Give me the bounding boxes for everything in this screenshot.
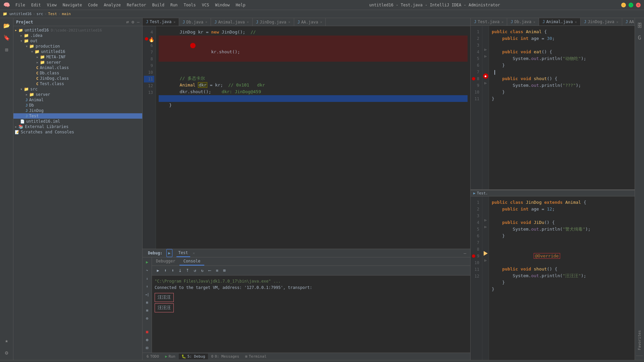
- tree-item-production[interactable]: ▾ 📁 production: [13, 44, 142, 49]
- bookmarks-icon[interactable]: 🔖: [2, 33, 11, 42]
- tab-close-icon[interactable]: ✕: [320, 20, 322, 24]
- tree-item-root[interactable]: ▸ 📁 untitled16 D:\code-2021\untitled16: [13, 27, 142, 33]
- menu-refactor[interactable]: Refactor: [124, 2, 149, 8]
- run-to-cursor-button[interactable]: →|: [144, 291, 151, 298]
- tree-item-out[interactable]: ▾ 📁 out: [13, 38, 142, 44]
- console-settings-btn[interactable]: ⊞: [221, 267, 228, 274]
- console-scroll-down-btn[interactable]: ⬇: [169, 267, 176, 274]
- tree-item-test-java[interactable]: J Test: [13, 113, 142, 119]
- menu-bar[interactable]: File Edit View Navigate Code Analyze Ref…: [13, 2, 248, 8]
- tab-jindog-java[interactable]: J JinDog.java ✕: [253, 18, 294, 26]
- console-tab[interactable]: Console: [179, 257, 205, 265]
- tree-item-metainf[interactable]: ▸ 📁 META-INF: [13, 54, 142, 60]
- breadcrumb-project[interactable]: untitled16: [9, 12, 32, 16]
- tree-item-animal-class[interactable]: C Animal.class: [13, 65, 142, 70]
- menu-view[interactable]: View: [44, 2, 59, 8]
- step-into-button[interactable]: ↓: [144, 275, 151, 282]
- restore-layout-button[interactable]: ⊡: [144, 345, 151, 351]
- settings-debug-button[interactable]: ⚙: [144, 337, 151, 343]
- structure-icon[interactable]: ⊞: [2, 45, 11, 54]
- tab-animal-java[interactable]: J Animal.java ✕: [211, 18, 253, 26]
- right-tab-jindog[interactable]: J JinDog.java ✕: [581, 18, 622, 25]
- tree-item-src[interactable]: ▾ 📁 src: [13, 86, 142, 92]
- menu-run[interactable]: Run: [168, 2, 180, 8]
- tab-close[interactable]: ✕: [501, 20, 503, 24]
- menu-window[interactable]: Window: [212, 2, 232, 8]
- evaluate-button[interactable]: ⊞: [144, 299, 151, 306]
- console-next-btn[interactable]: ↻: [199, 267, 206, 274]
- gradle-icon[interactable]: G: [635, 33, 644, 42]
- console-wrap-btn[interactable]: ⟵: [206, 267, 213, 274]
- project-tree[interactable]: ▸ 📁 untitled16 D:\code-2021\untitled16 ▸…: [13, 26, 142, 360]
- tree-item-scratches[interactable]: 📝 Scratches and Consoles: [13, 129, 142, 135]
- animal-code-lines[interactable]: public class Animal { public int age = 3…: [489, 26, 635, 189]
- tab-db-java[interactable]: J Db.java ✕: [179, 18, 211, 26]
- project-icon[interactable]: 📂: [2, 21, 11, 30]
- threads-button[interactable]: ⊙: [144, 315, 151, 322]
- close-button[interactable]: ✕: [636, 3, 641, 7]
- menu-tools[interactable]: Tools: [181, 2, 199, 8]
- console-scroll-start-btn[interactable]: ⤒: [184, 267, 191, 274]
- resume-button[interactable]: ▶: [144, 259, 151, 265]
- tab-aa-java[interactable]: J AA.java ✕: [294, 18, 326, 26]
- tab-close[interactable]: ✕: [616, 20, 619, 24]
- terminal-tab[interactable]: ⊞ Terminal: [243, 354, 269, 359]
- tree-item-db-class[interactable]: C Db.class: [13, 70, 142, 76]
- todo-tab[interactable]: 6 TODO: [144, 354, 162, 359]
- database-icon[interactable]: 🗄: [635, 21, 644, 30]
- console-output[interactable]: "C:\Program Files\Java\jdk1.7.0_17\bin\j…: [152, 276, 470, 353]
- menu-file[interactable]: File: [13, 2, 28, 8]
- tree-item-ext-libs[interactable]: ▸ 📚 External Libraries: [13, 124, 142, 129]
- tree-item-idea[interactable]: ▸ 📁 .idea: [13, 33, 142, 38]
- jindog-code-lines[interactable]: public class JinDog extends Animal { pub…: [489, 196, 635, 360]
- menu-navigate[interactable]: Navigate: [60, 2, 85, 8]
- settings-icon[interactable]: ⚙: [2, 348, 11, 357]
- right-code-area[interactable]: 1 2 3 4 5 6 7 8 9 10 11: [471, 26, 635, 360]
- menu-analyze[interactable]: Analyze: [101, 2, 123, 8]
- console-prev-btn[interactable]: ↺: [192, 267, 198, 274]
- sidebar-hide-icon[interactable]: —: [137, 19, 140, 24]
- tab-close-icon[interactable]: ✕: [247, 20, 249, 24]
- tab-close-icon[interactable]: ✕: [205, 20, 207, 24]
- menu-build[interactable]: Build: [150, 2, 167, 8]
- menu-help[interactable]: Help: [233, 2, 248, 8]
- debug-minimize-icon[interactable]: —: [462, 249, 468, 257]
- tree-item-server-out[interactable]: ▸ 📁 server: [13, 60, 142, 65]
- run-tab[interactable]: ▶ Run: [162, 354, 178, 359]
- breadcrumb-class[interactable]: Test: [48, 12, 57, 16]
- maximize-button[interactable]: □: [629, 3, 633, 7]
- step-out-button[interactable]: ↑: [144, 283, 151, 290]
- right-tab-test[interactable]: J Test.java ✕: [471, 18, 507, 25]
- stop-button[interactable]: ■: [144, 328, 151, 335]
- tree-item-animal-java[interactable]: J Animal: [13, 97, 142, 103]
- sidebar-gear-icon[interactable]: ⚙: [131, 19, 134, 24]
- tree-item-server-src[interactable]: ▸ 📁 server: [13, 92, 142, 97]
- console-run-btn[interactable]: ▶: [155, 267, 161, 274]
- breadcrumb-method[interactable]: main: [62, 12, 71, 16]
- step-over-button[interactable]: ↷: [144, 267, 151, 274]
- window-controls[interactable]: － □ ✕: [621, 3, 641, 7]
- frames-button[interactable]: ≡: [144, 307, 151, 314]
- menu-vcs[interactable]: VCS: [199, 2, 212, 8]
- right-tab-animal[interactable]: J Animal.java ✕: [539, 18, 581, 25]
- tab-close[interactable]: ✕: [533, 20, 535, 24]
- debug-tab-close[interactable]: ✕: [193, 251, 195, 255]
- tree-item-test-class[interactable]: C Test.class: [13, 81, 142, 86]
- minimize-button[interactable]: －: [621, 3, 626, 7]
- tab-test-java[interactable]: J Test.java ✕: [143, 18, 179, 26]
- debugger-tab[interactable]: Debugger: [152, 257, 179, 265]
- right-tab-db[interactable]: J Db.java ✕: [507, 18, 539, 25]
- console-tree-btn[interactable]: ≡: [214, 267, 220, 274]
- tab-test-label[interactable]: Test: [176, 249, 190, 257]
- tree-item-jindog-class[interactable]: C JinDog.class: [13, 76, 142, 81]
- favorites-icon[interactable]: ★: [2, 336, 11, 345]
- debug-tab-bottom[interactable]: 🐛 5: Debug: [179, 354, 208, 359]
- tree-item-jindog-java[interactable]: J JinDog: [13, 108, 142, 113]
- tree-item-untitled16-out[interactable]: ▾ 📁 untitled16: [13, 49, 142, 54]
- console-scroll-up-btn[interactable]: ⬆: [162, 267, 169, 274]
- breadcrumb-src[interactable]: src: [37, 12, 43, 16]
- menu-code[interactable]: Code: [86, 2, 101, 8]
- right-tab-aa[interactable]: J AA.java ✕: [622, 18, 635, 25]
- tab-close-icon[interactable]: ✕: [173, 20, 175, 24]
- code-text[interactable]: JinDog kr = new JinDog(); // kr.shout();…: [156, 26, 470, 249]
